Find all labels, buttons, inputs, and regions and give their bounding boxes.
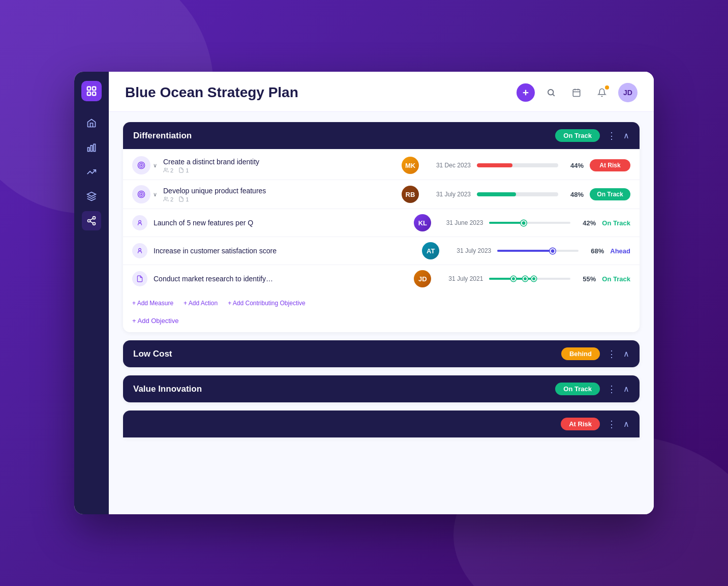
section-right-fourth: At Risk ⋮ ∧ <box>561 418 629 430</box>
trending-icon <box>86 167 97 177</box>
add-action-link[interactable]: + Add Action <box>184 300 218 307</box>
section-chevron-value-innovation[interactable]: ∧ <box>623 384 629 394</box>
obj-name-block-3: Launch of 5 new features per Q <box>154 219 408 227</box>
svg-point-30 <box>139 248 141 251</box>
user-avatar[interactable]: JD <box>618 83 638 102</box>
section-kebab-value-innovation[interactable]: ⋮ <box>605 384 618 395</box>
svg-point-27 <box>141 194 142 195</box>
progress-bar-bg-1 <box>477 163 558 167</box>
calendar-button[interactable] <box>567 83 586 102</box>
section-chevron-low-cost[interactable]: ∧ <box>623 349 629 359</box>
obj-icon-wrap-2: ∨ <box>132 185 157 203</box>
sidebar-item-nodes[interactable] <box>82 211 101 230</box>
layers-icon <box>86 191 97 201</box>
sidebar-item-trending[interactable] <box>82 162 101 182</box>
doc-icon-2 <box>178 196 184 202</box>
add-button[interactable] <box>517 83 535 102</box>
svg-point-24 <box>164 168 166 170</box>
progress-dot1-5 <box>511 276 516 281</box>
section-differentiation: Differentiation On Track ⋮ ∧ <box>123 122 640 332</box>
add-links-row: + Add Measure + Add Action + Add Contrib… <box>123 295 640 312</box>
obj-date-3: 31 June 2023 <box>437 219 483 226</box>
section-kebab-low-cost[interactable]: ⋮ <box>605 348 618 360</box>
svg-point-9 <box>88 220 90 222</box>
section-badge-differentiation: On Track <box>555 129 600 142</box>
obj-expand-1[interactable]: ∨ <box>153 162 157 169</box>
obj-icon-1 <box>132 156 150 174</box>
add-measure-link[interactable]: + Add Measure <box>132 300 173 307</box>
status-badge-2: On Track <box>590 188 630 200</box>
section-body-differentiation: ∨ Create a distinct brand identity 2 <box>123 149 640 332</box>
share-icon <box>86 216 97 226</box>
obj-meta-docs-1: 1 <box>178 167 189 173</box>
page-title: Blue Ocean Strategy Plan <box>125 84 298 101</box>
rows-container-differentiation: ∨ Create a distinct brand identity 2 <box>123 149 640 295</box>
home-icon <box>86 118 97 128</box>
obj-name-1: Create a distinct brand identity <box>163 158 396 166</box>
doc-icon-1 <box>178 167 184 173</box>
svg-rect-0 <box>87 87 90 90</box>
svg-rect-2 <box>87 92 90 95</box>
obj-icon-2 <box>132 185 150 203</box>
section-kebab-fourth[interactable]: ⋮ <box>605 419 618 430</box>
sidebar-item-chart[interactable] <box>82 138 101 157</box>
obj-name-block-4: Increase in customer satisfaction score <box>154 247 416 255</box>
progress-dot-wrap-3 <box>489 220 570 226</box>
obj-date-2: 31 July 2023 <box>425 191 471 198</box>
section-right-low-cost: Behind ⋮ ∧ <box>561 347 629 360</box>
progress-container-5 <box>489 276 570 282</box>
people-icon-1 <box>163 167 169 173</box>
progress-container-2 <box>477 192 558 196</box>
obj-name-block-1: Create a distinct brand identity 2 1 <box>163 158 396 173</box>
obj-name-3: Launch of 5 new features per Q <box>154 219 408 227</box>
obj-expand-2[interactable]: ∨ <box>153 191 157 198</box>
search-button[interactable] <box>542 83 560 102</box>
svg-point-23 <box>141 165 142 166</box>
add-contributing-link[interactable]: + Add Contributing Objective <box>228 300 305 307</box>
bar-chart-icon <box>86 142 97 153</box>
obj-date-4: 31 July 2023 <box>445 247 491 254</box>
section-badge-value-innovation: On Track <box>555 383 600 395</box>
sidebar-item-layers[interactable] <box>82 187 101 206</box>
avatar-2: RB <box>402 186 419 203</box>
calendar-icon <box>572 88 581 97</box>
obj-meta-people-1: 2 <box>163 167 173 173</box>
avatar-5: JD <box>414 270 431 287</box>
main-area: Blue Ocean Strategy Plan JD <box>109 72 654 514</box>
section-kebab-differentiation[interactable]: ⋮ <box>605 130 618 141</box>
obj-meta-docs-2: 1 <box>178 196 189 202</box>
section-low-cost: Low Cost Behind ⋮ ∧ <box>123 340 640 367</box>
svg-rect-17 <box>573 90 580 97</box>
sidebar-logo[interactable] <box>81 81 102 101</box>
avatar-4: AT <box>422 242 439 259</box>
progress-fill-3 <box>489 222 523 224</box>
section-fourth: At Risk ⋮ ∧ <box>123 411 640 437</box>
progress-bar-fill-1 <box>477 163 512 167</box>
progress-dot-wrap-4 <box>497 248 579 254</box>
progress-handle-3 <box>521 220 526 226</box>
avatar-1: MK <box>402 157 419 174</box>
notification-button[interactable] <box>593 83 611 102</box>
progress-fill-4 <box>497 250 553 252</box>
table-row: Launch of 5 new features per Q KL 31 Jun… <box>123 209 640 237</box>
svg-point-8 <box>93 217 96 219</box>
table-row: ∨ Create a distinct brand identity 2 <box>123 151 640 180</box>
status-badge-3: On Track <box>602 219 630 227</box>
svg-point-26 <box>139 192 143 196</box>
pct-2: 48% <box>564 191 584 198</box>
status-badge-1: At Risk <box>590 159 630 171</box>
add-objective-link[interactable]: + Add Objective <box>132 317 178 325</box>
section-chevron-fourth[interactable]: ∧ <box>623 419 629 429</box>
progress-handle-4 <box>550 248 556 254</box>
sidebar-item-home[interactable] <box>82 113 101 133</box>
notification-dot <box>605 85 609 90</box>
obj-name-4: Increase in customer satisfaction score <box>154 247 416 255</box>
pct-4: 68% <box>585 247 604 255</box>
file-icon-5 <box>136 275 143 282</box>
obj-name-5: Conduct market research to identify… <box>154 275 408 283</box>
status-badge-4: Ahead <box>610 247 630 255</box>
table-row: ∨ Develop unique product features 2 <box>123 180 640 209</box>
section-chevron-differentiation[interactable]: ∧ <box>623 131 629 140</box>
section-value-innovation: Value Innovation On Track ⋮ ∧ <box>123 375 640 402</box>
section-title-low-cost: Low Cost <box>133 349 172 359</box>
